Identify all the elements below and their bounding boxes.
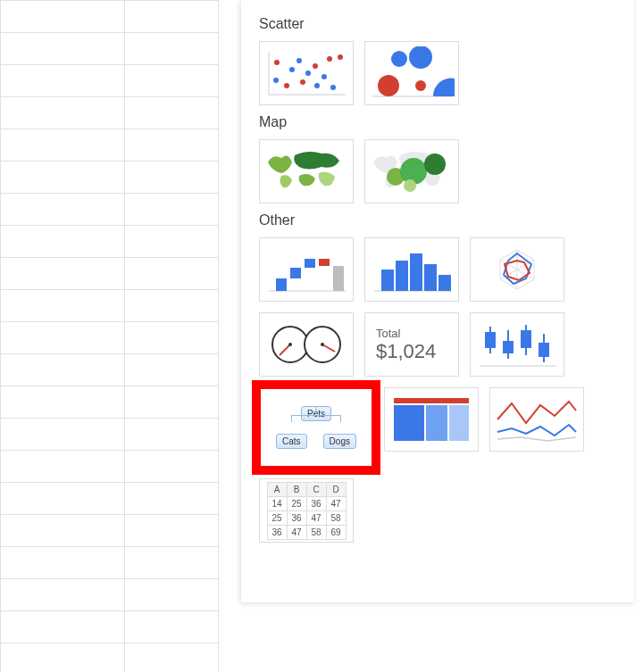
svg-point-18 [409, 46, 432, 69]
scorecard-label: Total [376, 327, 400, 340]
org-child-node: Cats [276, 434, 307, 449]
svg-rect-31 [381, 270, 394, 291]
svg-rect-57 [539, 343, 549, 357]
svg-rect-34 [424, 264, 437, 291]
svg-rect-29 [333, 266, 344, 291]
section-title-scatter: Scatter [259, 16, 616, 32]
svg-rect-59 [394, 405, 424, 441]
svg-rect-35 [438, 275, 451, 291]
svg-point-14 [338, 54, 343, 60]
chart-type-panel: Scatter [241, 0, 634, 602]
section-title-other: Other [259, 212, 616, 228]
svg-rect-26 [290, 268, 301, 278]
svg-rect-25 [276, 278, 287, 291]
table-header: B [287, 482, 306, 496]
svg-rect-53 [503, 341, 514, 353]
chart-type-geo-bubble[interactable] [364, 139, 459, 203]
svg-point-12 [327, 56, 332, 62]
svg-rect-55 [521, 330, 531, 348]
map-grid [259, 139, 616, 203]
svg-rect-58 [394, 398, 469, 403]
chart-type-org-chart[interactable]: Pets Cats Dogs [259, 387, 373, 468]
svg-point-9 [313, 63, 318, 69]
svg-point-6 [296, 58, 302, 63]
org-child-node: Dogs [323, 434, 356, 449]
chart-type-waterfall[interactable] [259, 237, 354, 302]
scatter-grid [259, 41, 616, 105]
svg-point-10 [314, 83, 320, 88]
table-header: A [267, 482, 287, 496]
chart-type-histogram[interactable] [364, 237, 459, 302]
svg-point-23 [424, 153, 446, 175]
svg-rect-60 [426, 405, 447, 441]
svg-point-4 [284, 83, 289, 88]
svg-point-7 [300, 79, 305, 85]
svg-point-48 [321, 343, 324, 346]
svg-rect-27 [305, 259, 315, 268]
svg-point-13 [330, 85, 336, 90]
chart-type-gauge[interactable] [259, 312, 354, 377]
chart-type-sparkline[interactable] [489, 387, 584, 452]
svg-rect-32 [396, 261, 408, 291]
svg-point-5 [289, 67, 295, 72]
spreadsheet-grid[interactable] [0, 0, 219, 672]
chart-type-scatter[interactable] [259, 41, 354, 105]
table-header: D [326, 482, 346, 496]
section-title-map: Map [259, 114, 616, 130]
scorecard-value: $1,024 [376, 340, 436, 363]
chart-type-geo[interactable] [259, 139, 354, 203]
chart-type-scorecard[interactable]: Total $1,024 [364, 312, 459, 377]
chart-type-table[interactable]: A B C D 14 25 36 47 25 36 47 58 [259, 478, 354, 543]
chart-type-bubble[interactable] [364, 41, 459, 105]
svg-point-22 [404, 179, 416, 192]
svg-point-47 [288, 343, 292, 346]
svg-rect-51 [485, 332, 496, 348]
svg-rect-33 [410, 253, 422, 291]
svg-point-8 [305, 71, 311, 76]
chart-type-radar[interactable] [470, 237, 564, 302]
other-grid: Total $1,024 Pets Cats Dogs [259, 237, 616, 543]
chart-type-treemap[interactable] [384, 387, 479, 452]
svg-point-3 [273, 78, 279, 83]
svg-point-17 [391, 51, 407, 67]
svg-rect-61 [449, 405, 469, 441]
svg-point-16 [378, 75, 399, 96]
chart-type-candlestick[interactable] [470, 312, 564, 377]
table-header: C [306, 482, 326, 496]
svg-rect-28 [319, 259, 330, 266]
svg-point-11 [322, 74, 327, 79]
svg-point-2 [274, 60, 280, 65]
svg-point-19 [415, 80, 426, 91]
